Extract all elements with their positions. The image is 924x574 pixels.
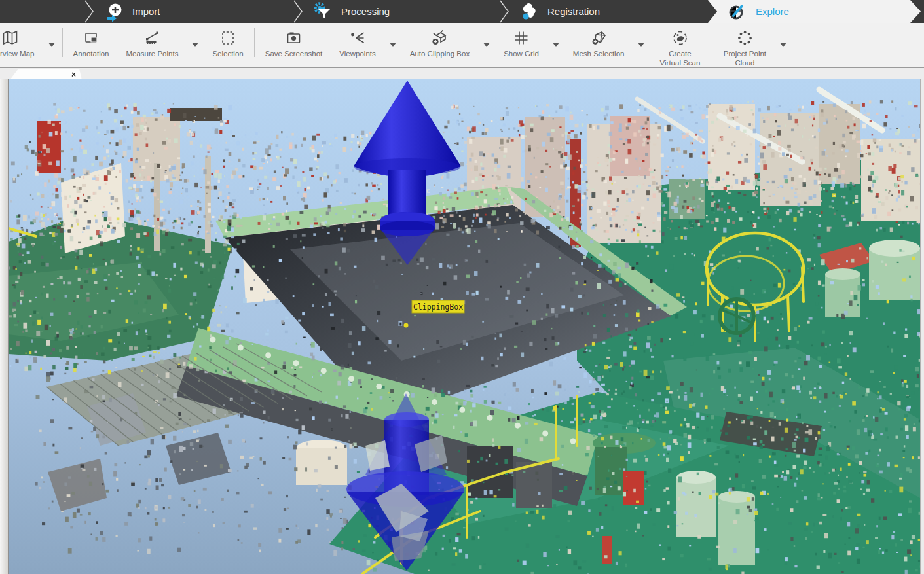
viewport-3d[interactable]: ClippingBox [9,79,920,574]
right-edge-strip [920,79,924,574]
selection-icon [219,27,236,48]
toolbar-label: Viewpoints [339,50,375,59]
toolbar-label: Mesh Selection [573,50,625,59]
ribbon-tab-registration[interactable]: Registration [501,0,708,23]
camera-icon [285,27,303,48]
project-point-cloud-dropdown-arrow[interactable] [780,43,786,47]
ribbon-tab-bar: Import Processing Registration Explore [0,0,924,23]
toolbar-label: Annotation [73,50,109,59]
registration-icon [519,2,539,22]
ribbon-tab-label: Explore [756,6,789,17]
explore-icon [728,2,747,22]
toolbar-label: Save Screenshot [265,50,323,59]
annotation-anchor-dot [404,323,409,328]
viewpoints-icon [349,27,367,48]
toolbar-label: Auto Clipping Box [410,50,470,59]
toolbar-label: Measure Points [126,50,179,59]
annotation-icon [83,27,100,48]
tab-close-icon[interactable]: × [71,71,76,79]
left-panel-strip [0,79,9,574]
toolbar-separator [62,28,63,57]
toolbar-separator [254,28,255,57]
ribbon-tab-label: Import [132,6,160,17]
measure-points-dropdown-arrow[interactable] [192,43,198,47]
toolbar-button-measure-points[interactable]: Measure Points [118,23,187,59]
ribbon-tab-label: Registration [547,6,600,17]
clipping-box-icon [430,27,449,48]
processing-icon [313,2,333,22]
ribbon-tab-processing[interactable]: Processing [295,0,501,23]
toolbar-button-project-point-cloud[interactable]: Project Point Cloud [714,23,775,67]
show-grid-dropdown-arrow[interactable] [553,43,559,47]
import-icon [104,2,124,22]
toolbar: Overview Map Annotation Measure Points S… [0,23,924,67]
document-tab[interactable]: × [10,69,82,80]
point-cloud-icon [736,27,754,48]
toolbar-button-selection[interactable]: Selection [204,23,251,59]
toolbar-button-show-grid[interactable]: Show Grid [495,23,547,59]
virtual-scan-icon [671,27,689,48]
overview-map-dropdown-arrow[interactable] [48,43,55,47]
point-cloud-scene: ClippingBox [9,79,920,574]
ribbon-tab-label: Processing [341,6,390,17]
toolbar-label: Project Point Cloud [723,50,766,67]
grid-icon [513,27,530,48]
mesh-selection-dropdown-arrow[interactable] [638,43,644,47]
ribbon-tab-import[interactable]: Import [86,0,295,23]
toolbar-label: Overview Map [0,50,35,59]
toolbar-button-viewpoints[interactable]: Viewpoints [331,23,384,59]
viewpoints-dropdown-arrow[interactable] [390,43,396,47]
toolbar-label: Selection [212,50,243,59]
toolbar-separator [712,28,712,57]
toolbar-button-save-screenshot[interactable]: Save Screenshot [257,23,331,59]
auto-clipping-box-dropdown-arrow[interactable] [483,43,490,47]
annotation-label-text: ClippingBox [413,302,463,312]
overview-map-icon [1,27,19,48]
toolbar-label: Create Virtual Scan [658,50,701,67]
toolbar-button-mesh-selection[interactable]: Mesh Selection [564,23,633,59]
toolbar-button-create-virtual-scan[interactable]: Create Virtual Scan [650,23,710,67]
toolbar-button-overview-map[interactable]: Overview Map [0,23,43,59]
measure-points-icon [143,27,161,48]
toolbar-label: Show Grid [504,50,539,59]
mesh-selection-icon [589,27,608,48]
document-tab-strip: × [0,67,924,79]
toolbar-button-annotation[interactable]: Annotation [65,23,118,59]
ribbon-tab-explore[interactable]: Explore [708,0,921,23]
toolbar-button-auto-clipping-box[interactable]: Auto Clipping Box [401,23,478,59]
